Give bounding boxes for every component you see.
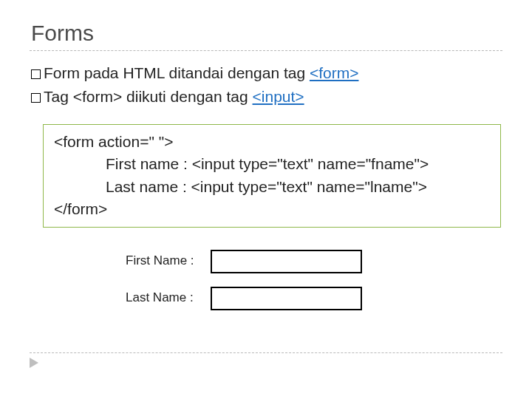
bullet-1-tag: <form> <box>310 64 359 81</box>
slide-title: Forms <box>31 21 502 46</box>
code-line-3: Last name : <input type="text" name="lna… <box>54 176 490 198</box>
slide-marker-icon <box>30 358 38 368</box>
code-line-1: <form action=" "> <box>54 131 490 153</box>
bullet-list: Form pada HTML ditandai dengan tag <form… <box>31 61 502 108</box>
code-example-box: <form action=" "> First name : <input ty… <box>43 124 501 228</box>
bullet-item-1: Form pada HTML ditandai dengan tag <form… <box>31 61 502 85</box>
bullet-1-text: Form pada HTML ditandai dengan tag <box>44 64 310 81</box>
square-bullet-icon <box>31 69 41 79</box>
form-row-first-name: First Name : <box>126 250 502 273</box>
last-name-label: Last Name : <box>126 287 211 305</box>
form-preview: First Name : Last Name : <box>126 250 502 310</box>
bullet-2-mid: <form> <box>73 88 123 105</box>
footer-divider <box>30 352 502 353</box>
bullet-2-tag: <input> <box>253 88 304 105</box>
bullet-2-prefix: Tag <box>44 88 73 105</box>
bullet-item-2: Tag <form> diikuti dengan tag <input> <box>31 85 502 109</box>
first-name-input[interactable] <box>211 250 362 273</box>
bullet-2-text: diikuti dengan tag <box>122 88 252 105</box>
title-divider <box>30 50 502 51</box>
last-name-input[interactable] <box>211 287 362 310</box>
code-line-4: </form> <box>54 198 490 220</box>
code-line-2: First name : <input type="text" name="fn… <box>54 153 490 175</box>
square-bullet-icon <box>31 93 41 103</box>
first-name-label: First Name : <box>126 250 211 268</box>
form-row-last-name: Last Name : <box>126 287 502 310</box>
